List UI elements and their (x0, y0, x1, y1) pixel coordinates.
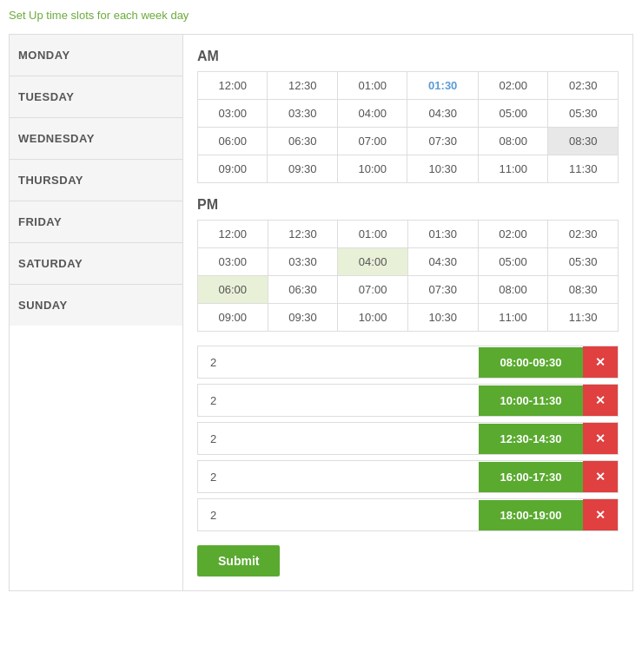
time-cell[interactable]: 11:00 (479, 155, 548, 183)
time-cell[interactable]: 03:30 (268, 100, 337, 128)
time-cell[interactable]: 09:00 (198, 155, 268, 183)
time-cell[interactable]: 05:30 (548, 248, 619, 276)
time-cell[interactable]: 08:30 (548, 276, 619, 304)
sidebar-item-sunday[interactable]: SUNDAY (10, 285, 182, 326)
content-area: AM 12:0012:3001:0001:3002:0002:3003:0003… (182, 34, 633, 591)
submit-button[interactable]: Submit (197, 545, 280, 576)
slot-time-range: 18:00-19:00 (479, 500, 583, 530)
slot-delete-button[interactable]: ✕ (583, 461, 618, 492)
sidebar-item-tuesday[interactable]: TUESDAY (10, 76, 182, 118)
slot-time-range: 08:00-09:30 (479, 347, 583, 378)
time-cell[interactable]: 03:00 (198, 248, 268, 276)
time-cell[interactable]: 02:00 (478, 221, 548, 248)
time-cell[interactable]: 04:30 (407, 100, 479, 128)
slot-delete-button[interactable]: ✕ (583, 499, 618, 530)
time-cell[interactable]: 07:30 (407, 276, 478, 304)
am-grid: 12:0012:3001:0001:3002:0002:3003:0003:30… (197, 71, 619, 183)
slot-row: 210:00-11:30✕ (197, 384, 619, 417)
time-cell[interactable]: 09:30 (268, 304, 338, 332)
time-cell[interactable]: 09:00 (198, 304, 268, 332)
slot-delete-button[interactable]: ✕ (583, 346, 618, 378)
time-cell[interactable]: 04:00 (337, 100, 407, 128)
time-cell[interactable]: 04:00 (338, 248, 408, 276)
time-cell[interactable]: 11:30 (548, 304, 619, 332)
time-cell[interactable]: 06:00 (198, 276, 268, 304)
time-cell[interactable]: 01:30 (407, 72, 479, 100)
time-cell[interactable]: 01:30 (407, 221, 478, 248)
time-cell[interactable]: 02:30 (548, 72, 619, 100)
slot-row: 216:00-17:30✕ (197, 460, 619, 493)
sidebar-item-friday[interactable]: FRIDAY (10, 201, 182, 243)
slot-number: 2 (198, 424, 479, 454)
slot-delete-button[interactable]: ✕ (583, 385, 618, 416)
slot-row: 208:00-09:30✕ (197, 346, 619, 379)
time-cell[interactable]: 08:30 (548, 128, 619, 155)
slot-time-range: 16:00-17:30 (479, 462, 583, 492)
time-cell[interactable]: 03:30 (268, 248, 338, 276)
time-cell[interactable]: 04:30 (407, 248, 478, 276)
time-cell[interactable]: 10:30 (407, 155, 479, 183)
time-cell[interactable]: 11:00 (478, 304, 548, 332)
slot-number: 2 (198, 462, 479, 492)
slot-time-range: 12:30-14:30 (479, 424, 583, 454)
time-cell[interactable]: 08:00 (479, 128, 548, 155)
sidebar: MONDAYTUESDAYWEDNESDAYTHURSDAYFRIDAYSATU… (9, 34, 182, 591)
time-cell[interactable]: 02:30 (548, 221, 619, 248)
am-label: AM (197, 49, 619, 64)
time-cell[interactable]: 10:30 (407, 304, 478, 332)
time-cell[interactable]: 12:30 (268, 72, 337, 100)
sidebar-item-saturday[interactable]: SATURDAY (10, 243, 182, 285)
time-cell[interactable]: 12:00 (198, 72, 268, 100)
slot-number: 2 (198, 385, 479, 416)
time-cell[interactable]: 08:00 (478, 276, 548, 304)
time-cell[interactable]: 03:00 (198, 100, 268, 128)
time-cell[interactable]: 11:30 (548, 155, 619, 183)
sidebar-item-wednesday[interactable]: WEDNESDAY (10, 118, 182, 160)
time-cell[interactable]: 01:00 (337, 72, 407, 100)
time-cell[interactable]: 10:00 (338, 304, 408, 332)
time-cell[interactable]: 12:30 (268, 221, 338, 248)
time-cell[interactable]: 06:30 (268, 128, 337, 155)
time-cell[interactable]: 05:00 (479, 100, 548, 128)
time-cell[interactable]: 12:00 (198, 221, 268, 248)
time-cell[interactable]: 01:00 (338, 221, 408, 248)
time-cell[interactable]: 02:00 (479, 72, 548, 100)
time-cell[interactable]: 07:00 (338, 276, 408, 304)
slot-delete-button[interactable]: ✕ (583, 423, 618, 454)
pm-label: PM (197, 197, 619, 213)
time-cell[interactable]: 05:00 (478, 248, 548, 276)
slot-row: 212:30-14:30✕ (197, 422, 619, 455)
pm-grid: 12:0012:3001:0001:3002:0002:3003:0003:30… (197, 220, 619, 332)
time-cell[interactable]: 07:30 (407, 128, 479, 155)
time-cell[interactable]: 06:30 (268, 276, 338, 304)
time-cell[interactable]: 07:00 (337, 128, 407, 155)
sidebar-item-monday[interactable]: MONDAY (10, 35, 182, 76)
slot-time-range: 10:00-11:30 (479, 385, 583, 416)
slot-number: 2 (198, 500, 479, 530)
slots-section: 208:00-09:30✕210:00-11:30✕212:30-14:30✕2… (197, 346, 619, 531)
time-cell[interactable]: 05:30 (548, 100, 619, 128)
page-title: Set Up time slots for each week day (9, 9, 633, 22)
slot-row: 218:00-19:00✕ (197, 498, 619, 531)
time-cell[interactable]: 06:00 (198, 128, 268, 155)
slot-number: 2 (198, 347, 479, 378)
time-cell[interactable]: 09:30 (268, 155, 337, 183)
sidebar-item-thursday[interactable]: THURSDAY (10, 160, 182, 201)
time-cell[interactable]: 10:00 (337, 155, 407, 183)
